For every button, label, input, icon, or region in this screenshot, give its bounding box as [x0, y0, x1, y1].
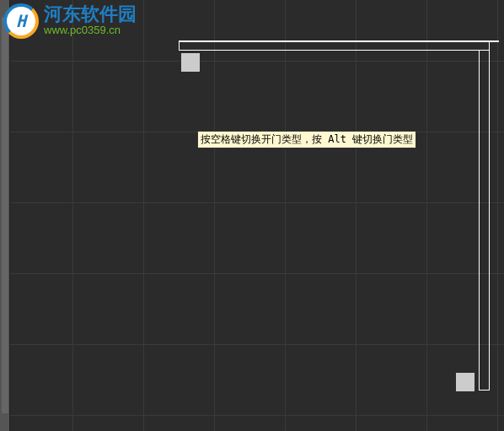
hint-tooltip: 按空格键切换开门类型，按 Alt 键切换门类型 [197, 131, 416, 148]
wall-bottom-end-cap [479, 390, 490, 391]
drawing-canvas[interactable]: 按空格键切换开门类型，按 Alt 键切换门类型 [10, 0, 504, 431]
toolbar-track [2, 17, 8, 413]
logo-letter: H [10, 10, 32, 32]
left-toolbar-strip[interactable] [0, 0, 10, 431]
watermark-site-title: 河东软件园 [44, 5, 137, 24]
grid-background [10, 0, 504, 431]
watermark-overlay: H 河东软件园 www.pc0359.cn [3, 3, 137, 39]
wall-right-inner-line [479, 50, 480, 390]
wall-top-inner-line [179, 50, 489, 51]
drag-handle-end[interactable] [456, 373, 475, 391]
wall-top-end-cap [179, 40, 180, 51]
watermark-logo-icon: H [3, 3, 39, 39]
watermark-site-url: www.pc0359.cn [44, 24, 137, 37]
wall-right-outer-line [489, 40, 490, 391]
wall-top-outer-line [179, 40, 499, 42]
tooltip-text: 按空格键切换开门类型，按 Alt 键切换门类型 [201, 133, 413, 145]
drag-handle-start[interactable] [181, 53, 200, 72]
watermark-text-block: 河东软件园 www.pc0359.cn [44, 5, 137, 37]
